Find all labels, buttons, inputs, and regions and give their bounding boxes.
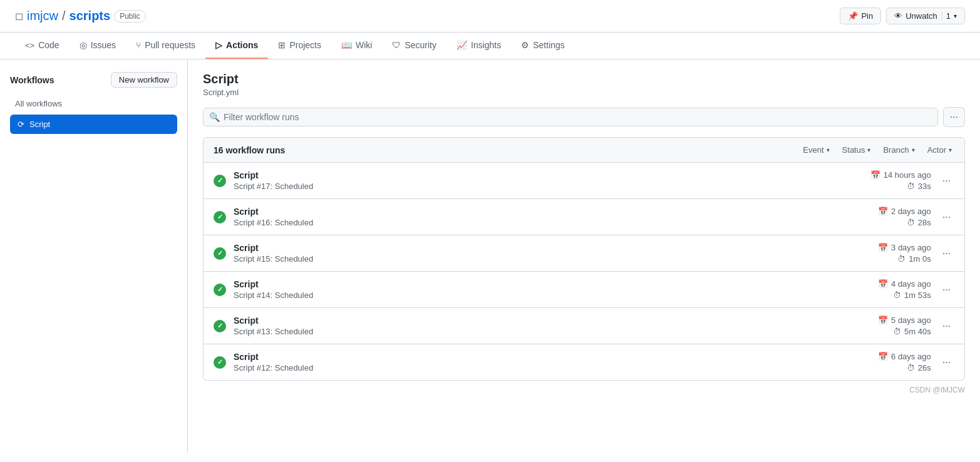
run-row[interactable]: ✓ Script Script #13: Scheduled 📅 5 days … <box>204 308 964 344</box>
nav-tabs: <> Code ◎ Issues ⑂ Pull requests ▷ Actio… <box>0 33 980 59</box>
run-status-icon: ✓ <box>214 175 226 187</box>
tab-pull-requests[interactable]: ⑂ Pull requests <box>126 33 205 59</box>
run-duration-value: 1m 53s <box>904 290 931 300</box>
run-options-button[interactable]: ··· <box>939 245 954 262</box>
run-info: Script Script #13: Scheduled <box>234 316 842 336</box>
tab-issues-label: Issues <box>91 40 116 50</box>
actor-filter-label: Actor <box>927 145 946 155</box>
run-options-button[interactable]: ··· <box>939 209 954 225</box>
check-icon: ✓ <box>217 213 223 221</box>
run-time-value: 3 days ago <box>891 243 931 252</box>
sidebar: Workflows New workflow All workflows ⟳ S… <box>0 59 188 453</box>
tab-insights[interactable]: 📈 Insights <box>446 33 511 59</box>
pin-button[interactable]: Pin <box>840 8 881 24</box>
run-time-value: 2 days ago <box>891 207 931 216</box>
run-duration-value: 28s <box>918 218 931 227</box>
event-filter-label: Event <box>803 145 823 155</box>
repo-name[interactable]: scripts <box>70 9 111 23</box>
run-info: Script Script #12: Scheduled <box>234 352 842 372</box>
run-time-value: 14 hours ago <box>884 170 931 180</box>
run-info: Script Script #17: Scheduled <box>234 170 842 191</box>
runs-count: 16 workflow runs <box>214 145 285 155</box>
run-info: Script Script #15: Scheduled <box>234 243 842 264</box>
run-meta: 📅 3 days ago ⏱ 1m 0s <box>850 243 931 264</box>
status-chevron-icon: ▾ <box>867 146 870 153</box>
status-filter[interactable]: Status ▾ <box>840 144 874 156</box>
tab-code[interactable]: <> Code <box>15 33 70 59</box>
tab-actions-label: Actions <box>226 40 258 50</box>
event-chevron-icon: ▾ <box>827 146 830 153</box>
runs-filters: Event ▾ Status ▾ Branch ▾ Actor ▾ <box>800 144 954 156</box>
tab-wiki[interactable]: 📖 Wiki <box>331 33 382 59</box>
repo-icon: ◻ <box>15 10 23 22</box>
workflow-title: Script <box>203 72 965 86</box>
run-options-button[interactable]: ··· <box>939 318 954 334</box>
tab-issues[interactable]: ◎ Issues <box>70 33 126 59</box>
run-sub: Script #17: Scheduled <box>234 182 842 191</box>
tab-settings[interactable]: ⚙ Settings <box>511 33 575 59</box>
filter-input[interactable] <box>203 108 938 126</box>
workflow-sidebar-item[interactable]: ⟳ Script <box>10 115 177 134</box>
pin-icon <box>848 11 858 21</box>
runs-header: 16 workflow runs Event ▾ Status ▾ Branch… <box>204 138 964 163</box>
run-row[interactable]: ✓ Script Script #12: Scheduled 📅 6 days … <box>204 344 964 380</box>
workflow-file: Script.yml <box>203 88 965 97</box>
all-workflows-item[interactable]: All workflows <box>10 95 177 112</box>
run-time-value: 4 days ago <box>891 279 931 289</box>
run-options-button[interactable]: ··· <box>939 173 954 189</box>
run-time: 📅 3 days ago <box>878 243 931 252</box>
run-row[interactable]: ✓ Script Script #15: Scheduled 📅 3 days … <box>204 235 964 272</box>
projects-icon: ⊞ <box>278 40 286 50</box>
run-duration-value: 26s <box>918 363 931 372</box>
run-time-value: 6 days ago <box>891 352 931 361</box>
tab-projects-label: Projects <box>289 40 321 50</box>
run-time: 📅 5 days ago <box>878 316 931 325</box>
search-icon: 🔍 <box>209 112 220 122</box>
new-workflow-button[interactable]: New workflow <box>111 72 177 88</box>
run-name: Script <box>234 352 842 362</box>
tab-projects[interactable]: ⊞ Projects <box>268 33 331 59</box>
run-options-button[interactable]: ··· <box>939 354 954 371</box>
run-duration: ⏱ 5m 40s <box>893 327 931 336</box>
insights-icon: 📈 <box>456 40 467 50</box>
more-options-button[interactable]: ··· <box>943 107 965 127</box>
run-rows-container: ✓ Script Script #17: Scheduled 📅 14 hour… <box>204 163 964 380</box>
tab-actions[interactable]: ▷ Actions <box>205 33 268 59</box>
tab-pr-label: Pull requests <box>145 40 195 50</box>
unwatch-label: Unwatch <box>905 11 937 21</box>
public-badge: Public <box>114 10 146 23</box>
workflow-item-label: Script <box>29 120 50 129</box>
footer-credit: CSDN @IMJCW <box>203 386 965 394</box>
run-status-icon: ✓ <box>214 247 226 260</box>
run-sub: Script #16: Scheduled <box>234 218 842 227</box>
check-icon: ✓ <box>217 177 223 185</box>
filter-input-wrap: 🔍 <box>203 108 938 126</box>
clock-icon: ⏱ <box>907 218 915 227</box>
unwatch-count: 1 <box>942 11 951 21</box>
run-time: 📅 14 hours ago <box>870 170 931 180</box>
unwatch-button[interactable]: Unwatch 1 ▾ <box>886 8 965 24</box>
run-meta: 📅 4 days ago ⏱ 1m 53s <box>850 279 931 300</box>
tab-security[interactable]: 🛡 Security <box>382 33 446 59</box>
run-meta: 📅 2 days ago ⏱ 28s <box>850 207 931 227</box>
repo-slash: / <box>62 9 66 23</box>
run-status-icon: ✓ <box>214 320 226 332</box>
calendar-icon: 📅 <box>878 207 888 216</box>
run-options-button[interactable]: ··· <box>939 282 954 298</box>
event-filter[interactable]: Event ▾ <box>800 144 832 156</box>
security-icon: 🛡 <box>392 40 401 50</box>
actor-filter[interactable]: Actor ▾ <box>925 144 954 156</box>
repo-owner[interactable]: imjcw <box>27 9 58 23</box>
runs-table: 16 workflow runs Event ▾ Status ▾ Branch… <box>203 137 965 381</box>
sidebar-header: Workflows New workflow <box>10 72 177 88</box>
tab-wiki-label: Wiki <box>356 40 372 50</box>
clock-icon: ⏱ <box>907 182 915 191</box>
filter-bar: 🔍 ··· <box>203 107 965 127</box>
run-row[interactable]: ✓ Script Script #17: Scheduled 📅 14 hour… <box>204 163 964 199</box>
tab-code-label: Code <box>38 40 59 50</box>
run-name: Script <box>234 243 842 253</box>
branch-filter[interactable]: Branch ▾ <box>880 144 917 156</box>
run-row[interactable]: ✓ Script Script #16: Scheduled 📅 2 days … <box>204 199 964 235</box>
calendar-icon: 📅 <box>878 279 888 289</box>
run-row[interactable]: ✓ Script Script #14: Scheduled 📅 4 days … <box>204 272 964 308</box>
